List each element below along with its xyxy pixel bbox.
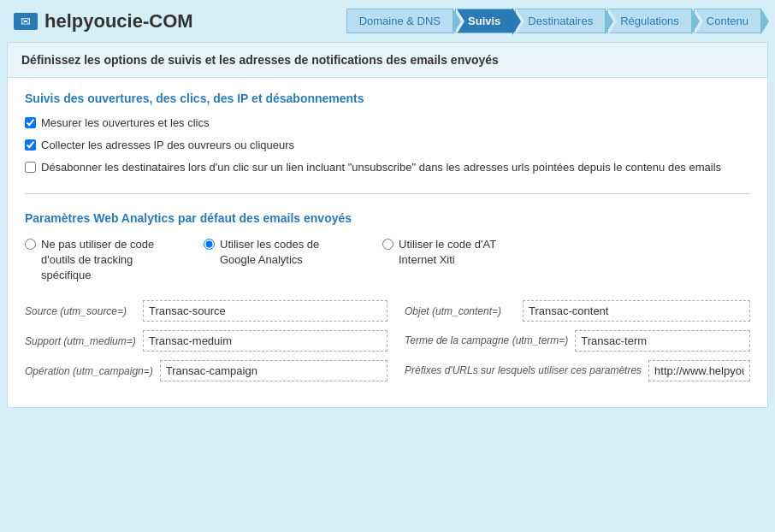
radio-option-google: Utiliser les codes de Google Analytics (204, 237, 357, 268)
page-subtitle: Définissez les options de suivis et les … (8, 43, 767, 78)
nav-tabs: Domaine & DNS Suivis Destinataires Régul… (346, 9, 761, 33)
radio-label-none[interactable]: Ne pas utiliser de code d'outils de trac… (41, 237, 178, 284)
header: helpyoucie-COM Domaine & DNS Suivis Dest… (0, 0, 775, 42)
checkbox-row-2: Collecter les adresses IP des ouvreurs o… (25, 138, 750, 153)
checkbox-row-1: Mesurer les ouvertures et les clics (25, 115, 750, 131)
tab-contenu[interactable]: Contenu (694, 9, 761, 33)
checkbox-row-3: Désabonner les destinataires lors d'un c… (25, 160, 750, 175)
field-input-term[interactable] (575, 330, 750, 352)
radio-option-xiti: Utiliser le code d'AT Internet Xiti (382, 237, 535, 268)
field-label-medium: Support (utm_medium=) (25, 335, 136, 347)
divider (25, 193, 750, 194)
content-body: Suivis des ouvertures, des clics, des IP… (8, 78, 767, 407)
field-input-source[interactable] (143, 300, 388, 322)
radio-none[interactable] (25, 239, 36, 250)
tab-suivis[interactable]: Suivis (455, 9, 513, 33)
field-input-medium[interactable] (143, 330, 388, 352)
field-row-content: Objet (utm_content=) (405, 300, 750, 322)
fields-left: Source (utm_source=) Support (utm_medium… (25, 297, 388, 393)
field-row-campaign: Opération (utm_campaign=) (25, 360, 388, 381)
radio-label-google[interactable]: Utiliser les codes de Google Analytics (220, 237, 357, 268)
checkbox-label-3[interactable]: Désabonner les destinataires lors d'un c… (41, 160, 721, 175)
checkbox-label-2[interactable]: Collecter les adresses IP des ouvreurs o… (41, 138, 294, 153)
checkbox-ouvertures[interactable] (25, 117, 36, 128)
checkbox-label-1[interactable]: Mesurer les ouvertures et les clics (41, 115, 210, 131)
checkbox-ip[interactable] (25, 139, 36, 151)
field-label-content: Objet (utm_content=) (405, 305, 516, 317)
radio-label-xiti[interactable]: Utiliser le code d'AT Internet Xiti (399, 237, 535, 268)
logo-text: helpyoucie-COM (44, 10, 193, 33)
checkbox-unsubscribe[interactable] (25, 162, 36, 173)
field-input-content[interactable] (523, 300, 750, 322)
field-row-medium: Support (utm_medium=) (25, 330, 388, 352)
section2-title: Paramètres Web Analytics par défaut des … (25, 211, 750, 225)
radio-google[interactable] (204, 239, 215, 250)
tab-domaine[interactable]: Domaine & DNS (346, 9, 453, 33)
field-row-source: Source (utm_source=) (25, 300, 388, 322)
fields-grid: Source (utm_source=) Support (utm_medium… (25, 297, 750, 393)
radio-group: Ne pas utiliser de code d'outils de trac… (25, 237, 750, 284)
field-row-term: Terme de la campagne (utm_term=) (405, 330, 750, 352)
field-label-campaign: Opération (utm_campaign=) (25, 365, 153, 377)
radio-option-none: Ne pas utiliser de code d'outils de trac… (25, 237, 178, 284)
field-input-campaign[interactable] (160, 360, 388, 381)
field-label-prefixes: Préfixes d'URLs sur lesquels utiliser ce… (405, 364, 642, 378)
field-label-term: Terme de la campagne (utm_term=) (405, 334, 568, 348)
tab-regulations[interactable]: Régulations (607, 9, 692, 33)
field-label-source: Source (utm_source=) (25, 305, 136, 317)
logo-area: helpyoucie-COM (14, 10, 193, 33)
field-row-prefixes: Préfixes d'URLs sur lesquels utiliser ce… (405, 360, 750, 381)
main-content: Définissez les options de suivis et les … (7, 42, 768, 408)
mail-icon (14, 13, 38, 30)
radio-xiti[interactable] (382, 239, 393, 250)
fields-right: Objet (utm_content=) Terme de la campagn… (388, 297, 750, 393)
tab-destinataires[interactable]: Destinataires (515, 9, 606, 33)
field-input-prefixes[interactable] (648, 360, 750, 381)
section1-title: Suivis des ouvertures, des clics, des IP… (25, 92, 750, 105)
